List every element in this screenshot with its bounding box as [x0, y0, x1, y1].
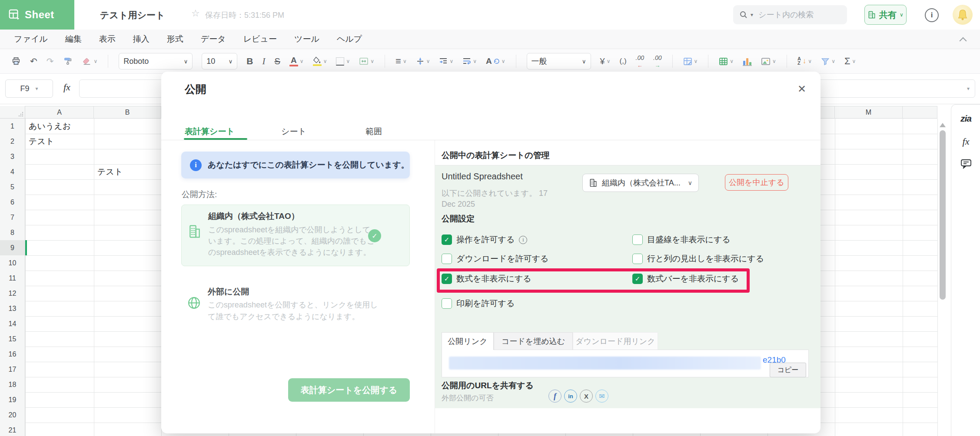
row-header-21[interactable]: 21: [0, 423, 25, 436]
menu-item-6[interactable]: レビュー: [243, 33, 277, 45]
cell-A2[interactable]: テスト: [25, 134, 94, 149]
borders-dropdown-icon[interactable]: ∨: [346, 58, 350, 64]
row-header-7[interactable]: 7: [0, 210, 25, 225]
row-header-17[interactable]: 17: [0, 362, 25, 377]
conditional-format-dropdown-icon[interactable]: ∨: [694, 58, 698, 64]
vertical-align-button[interactable]: ∨: [416, 57, 430, 66]
image-dropdown-icon[interactable]: ∨: [772, 58, 776, 64]
indent-button[interactable]: ∨: [439, 57, 453, 65]
text-wrap-button[interactable]: ∨: [462, 57, 477, 65]
row-header-9[interactable]: 9: [0, 240, 25, 255]
row-header-5[interactable]: 5: [0, 179, 25, 195]
dialog-tab-0[interactable]: 表計算シート: [185, 126, 235, 137]
text-wrap-dropdown-icon[interactable]: ∨: [473, 58, 477, 64]
unchecked-checkbox-icon[interactable]: [442, 254, 452, 264]
search-dropdown-icon[interactable]: ▾: [751, 12, 753, 18]
comments-panel-icon[interactable]: [951, 159, 980, 169]
unchecked-checkbox-icon[interactable]: [632, 254, 643, 264]
vertical-scrollbar[interactable]: [940, 130, 946, 300]
increase-decimal-button[interactable]: .00 →: [653, 55, 661, 68]
menu-item-8[interactable]: ヘルプ: [337, 33, 362, 45]
menu-item-4[interactable]: 形式: [167, 33, 183, 45]
strikethrough-button[interactable]: S: [275, 56, 280, 66]
scrollbar-up-arrow[interactable]: [940, 123, 946, 127]
merge-cells-button[interactable]: ∨: [359, 57, 374, 65]
number-format-select[interactable]: 一般 ∨: [527, 53, 591, 69]
blurred-link[interactable]: [449, 357, 761, 370]
setting-checkbox-row[interactable]: 印刷を許可する: [442, 298, 515, 309]
row-header-11[interactable]: 11: [0, 271, 25, 286]
horizontal-align-button[interactable]: ≡ ∨: [395, 56, 407, 67]
app-logo[interactable]: Sheet: [0, 0, 74, 30]
cell-reference-dropdown-icon[interactable]: ▾: [35, 86, 38, 92]
row-header-6[interactable]: 6: [0, 195, 25, 210]
conditional-format-button[interactable]: ∨: [683, 57, 698, 66]
facebook-share-icon[interactable]: f: [548, 390, 561, 403]
vertical-align-dropdown-icon[interactable]: ∨: [426, 58, 430, 64]
row-header-3[interactable]: 3: [0, 149, 25, 164]
checked-checkbox-icon[interactable]: ✓: [632, 274, 643, 284]
menu-item-2[interactable]: 表示: [99, 33, 116, 45]
text-rotation-button[interactable]: A ∨: [486, 56, 505, 66]
sort-button[interactable]: AZ ↓∨: [797, 57, 812, 66]
format-painter-button[interactable]: [63, 56, 73, 66]
share-button[interactable]: 共有 ∨: [864, 5, 907, 25]
row-header-15[interactable]: 15: [0, 331, 25, 347]
print-button[interactable]: [11, 56, 21, 66]
unchecked-checkbox-icon[interactable]: [442, 298, 452, 309]
row-header-4[interactable]: 4: [0, 164, 25, 179]
checked-checkbox-icon[interactable]: ✓: [442, 235, 452, 245]
setting-checkbox-row[interactable]: 目盛線を非表示にする: [632, 234, 731, 245]
menu-item-7[interactable]: ツール: [294, 33, 319, 45]
document-title[interactable]: テスト用シート: [100, 9, 165, 21]
rotation-dropdown-icon[interactable]: ∨: [502, 58, 505, 64]
zia-assistant-icon[interactable]: zia: [951, 113, 980, 124]
menu-item-0[interactable]: ファイル: [14, 33, 48, 45]
favorite-star-icon[interactable]: ☆: [191, 8, 200, 19]
insert-image-button[interactable]: ∨: [761, 57, 776, 66]
undo-button[interactable]: ↶: [30, 56, 37, 66]
setting-checkbox-row[interactable]: ✓数式を非表示にする: [442, 273, 532, 284]
column-header-B[interactable]: B: [94, 106, 161, 119]
setting-checkbox-row[interactable]: 行と列の見出しを非表示にする: [632, 253, 764, 264]
row-header-1[interactable]: 1: [0, 119, 25, 134]
sort-dropdown-icon[interactable]: ∨: [808, 59, 812, 64]
column-header-M[interactable]: M: [835, 106, 903, 119]
table-dropdown-icon[interactable]: ∨: [730, 58, 734, 64]
align-dropdown-icon[interactable]: ∨: [403, 58, 407, 64]
setting-info-icon[interactable]: i: [519, 236, 527, 244]
setting-checkbox-row[interactable]: ✓操作を許可するi: [442, 234, 527, 245]
row-header-18[interactable]: 18: [0, 377, 25, 392]
org-publish-option[interactable]: 組織内（株式会社TAO） このspreadsheetを組織内で公開しようとしてい…: [181, 205, 410, 266]
italic-button[interactable]: I: [262, 56, 266, 67]
decrease-decimal-button[interactable]: .00 ←: [636, 55, 644, 68]
cell-B4[interactable]: テスト: [94, 164, 161, 179]
redo-button[interactable]: ↷: [47, 56, 54, 66]
comma-format-button[interactable]: (,): [620, 57, 627, 66]
row-header-10[interactable]: 10: [0, 255, 25, 271]
row-header-2[interactable]: 2: [0, 134, 25, 149]
cell-A1[interactable]: あいうえお: [25, 119, 94, 134]
external-option-title[interactable]: 外部に公開: [208, 286, 249, 297]
column-header-hidden[interactable]: [903, 106, 937, 119]
dialog-tab-2[interactable]: 範囲: [365, 126, 382, 137]
close-icon[interactable]: ✕: [797, 83, 806, 95]
setting-checkbox-row[interactable]: ✓数式バーを非表示にする: [632, 273, 739, 284]
mail-share-icon[interactable]: ✉: [595, 390, 608, 403]
row-header-16[interactable]: 16: [0, 347, 25, 362]
row-header-8[interactable]: 8: [0, 225, 25, 240]
fill-color-dropdown-icon[interactable]: ∨: [323, 58, 327, 64]
row-header-12[interactable]: 12: [0, 286, 25, 301]
linkedin-share-icon[interactable]: in: [564, 390, 577, 403]
font-family-select[interactable]: Roboto ∨: [119, 53, 193, 69]
user-avatar[interactable]: [953, 5, 973, 25]
currency-format-button[interactable]: ¥ ∨: [600, 56, 611, 66]
indent-dropdown-icon[interactable]: ∨: [449, 58, 453, 64]
x-share-icon[interactable]: X: [580, 390, 593, 403]
bold-button[interactable]: B: [246, 56, 253, 66]
insert-chart-button[interactable]: [743, 56, 752, 66]
unchecked-checkbox-icon[interactable]: [632, 235, 643, 245]
dialog-tab-1[interactable]: シート: [281, 126, 306, 137]
insert-table-button[interactable]: ∨: [719, 57, 734, 66]
link-tab-0[interactable]: 公開リンク: [442, 332, 494, 350]
